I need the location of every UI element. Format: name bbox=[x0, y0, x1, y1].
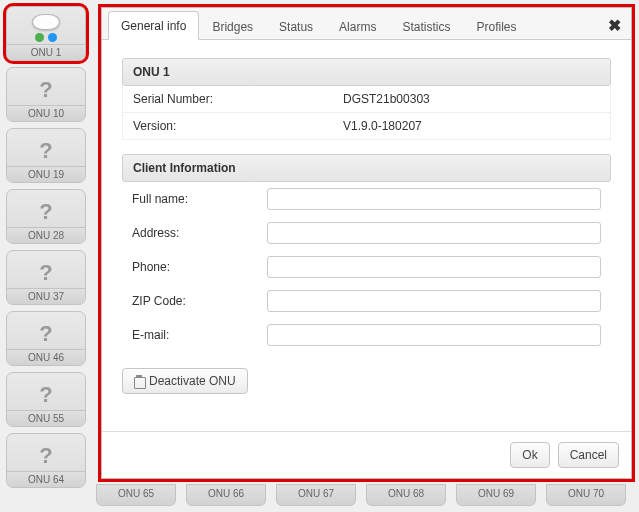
onu-tile-label: ONU 46 bbox=[7, 349, 85, 365]
fullname-input[interactable] bbox=[267, 188, 601, 210]
phone-label: Phone: bbox=[132, 260, 267, 274]
onu-tile-label: ONU 64 bbox=[7, 471, 85, 487]
onu-tile-55[interactable]: ? ONU 55 bbox=[6, 372, 86, 427]
row-phone: Phone: bbox=[122, 250, 611, 284]
email-input[interactable] bbox=[267, 324, 601, 346]
client-info-header: Client Information bbox=[122, 154, 611, 182]
onu-dialog-highlight: General info Bridges Status Alarms Stati… bbox=[98, 4, 635, 482]
dialog-footer: Ok Cancel bbox=[102, 431, 631, 478]
row-version: Version: V1.9.0-180207 bbox=[122, 113, 611, 140]
deactivate-onu-button[interactable]: Deactivate ONU bbox=[122, 368, 248, 394]
tab-bridges[interactable]: Bridges bbox=[199, 12, 266, 40]
onu-tile-64[interactable]: ? ONU 64 bbox=[6, 433, 86, 488]
phone-input[interactable] bbox=[267, 256, 601, 278]
question-icon: ? bbox=[39, 79, 52, 101]
onu-tile-19[interactable]: ? ONU 19 bbox=[6, 128, 86, 183]
tab-statistics[interactable]: Statistics bbox=[389, 12, 463, 40]
onu-device-icon bbox=[26, 14, 66, 42]
zip-label: ZIP Code: bbox=[132, 294, 267, 308]
onu-tile-65[interactable]: ONU 65 bbox=[96, 484, 176, 506]
dialog-content: ONU 1 Serial Number: DGST21b00303 Versio… bbox=[102, 40, 631, 431]
onu-sidebar: ONU 1 ? ONU 10 ? ONU 19 ? ONU 28 ? ONU 3… bbox=[6, 6, 90, 506]
question-icon: ? bbox=[39, 323, 52, 345]
address-label: Address: bbox=[132, 226, 267, 240]
tab-general-info[interactable]: General info bbox=[108, 11, 199, 40]
onu-tile-1[interactable]: ONU 1 bbox=[6, 6, 86, 61]
serial-value: DGST21b00303 bbox=[343, 92, 430, 106]
cancel-button[interactable]: Cancel bbox=[558, 442, 619, 468]
onu-tile-label: ONU 19 bbox=[7, 166, 85, 182]
question-icon: ? bbox=[39, 201, 52, 223]
email-label: E-mail: bbox=[132, 328, 267, 342]
zip-input[interactable] bbox=[267, 290, 601, 312]
onu-tile-68[interactable]: ONU 68 bbox=[366, 484, 446, 506]
onu-tile-label: ONU 1 bbox=[7, 44, 85, 60]
serial-label: Serial Number: bbox=[133, 92, 343, 106]
row-address: Address: bbox=[122, 216, 611, 250]
tab-profiles[interactable]: Profiles bbox=[463, 12, 529, 40]
onu-tile-70[interactable]: ONU 70 bbox=[546, 484, 626, 506]
row-fullname: Full name: bbox=[122, 182, 611, 216]
close-icon[interactable]: ✖ bbox=[608, 16, 621, 35]
row-email: E-mail: bbox=[122, 318, 611, 352]
question-icon: ? bbox=[39, 445, 52, 467]
question-icon: ? bbox=[39, 140, 52, 162]
onu-tile-label: ONU 10 bbox=[7, 105, 85, 121]
onu-title: ONU 1 bbox=[122, 58, 611, 86]
onu-tile-label: ONU 55 bbox=[7, 410, 85, 426]
onu-bottom-bar: ONU 65 ONU 66 ONU 67 ONU 68 ONU 69 ONU 7… bbox=[96, 484, 633, 506]
question-icon: ? bbox=[39, 384, 52, 406]
onu-tile-label: ONU 37 bbox=[7, 288, 85, 304]
fullname-label: Full name: bbox=[132, 192, 267, 206]
version-label: Version: bbox=[133, 119, 343, 133]
onu-tile-69[interactable]: ONU 69 bbox=[456, 484, 536, 506]
version-value: V1.9.0-180207 bbox=[343, 119, 422, 133]
onu-tile-67[interactable]: ONU 67 bbox=[276, 484, 356, 506]
onu-tile-37[interactable]: ? ONU 37 bbox=[6, 250, 86, 305]
tab-status[interactable]: Status bbox=[266, 12, 326, 40]
row-zip: ZIP Code: bbox=[122, 284, 611, 318]
onu-tile-label: ONU 28 bbox=[7, 227, 85, 243]
trash-icon bbox=[134, 375, 144, 387]
onu-tile-10[interactable]: ? ONU 10 bbox=[6, 67, 86, 122]
ok-button[interactable]: Ok bbox=[510, 442, 549, 468]
tab-bar: General info Bridges Status Alarms Stati… bbox=[102, 8, 631, 40]
onu-tile-28[interactable]: ? ONU 28 bbox=[6, 189, 86, 244]
question-icon: ? bbox=[39, 262, 52, 284]
onu-dialog: General info Bridges Status Alarms Stati… bbox=[101, 7, 632, 479]
row-serial: Serial Number: DGST21b00303 bbox=[122, 86, 611, 113]
onu-tile-46[interactable]: ? ONU 46 bbox=[6, 311, 86, 366]
deactivate-label: Deactivate ONU bbox=[149, 374, 236, 388]
onu-tile-66[interactable]: ONU 66 bbox=[186, 484, 266, 506]
address-input[interactable] bbox=[267, 222, 601, 244]
tab-alarms[interactable]: Alarms bbox=[326, 12, 389, 40]
